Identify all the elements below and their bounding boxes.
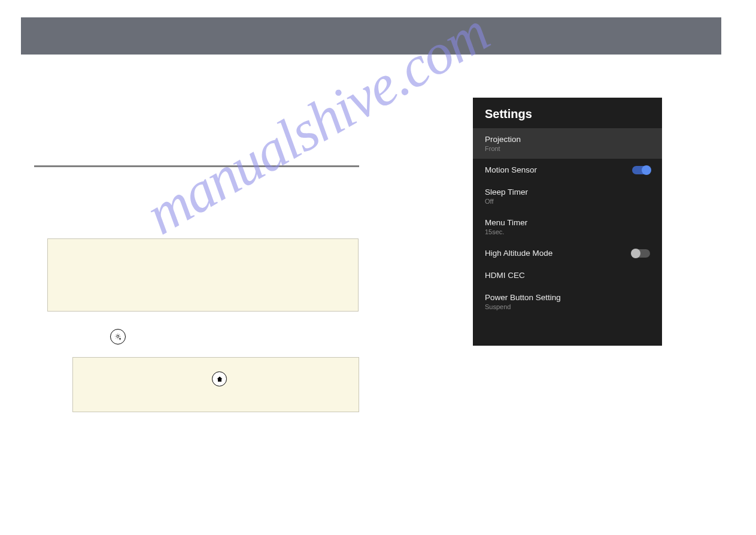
settings-row-sleep-timer[interactable]: Sleep Timer Off: [473, 181, 662, 211]
row-label: Menu Timer: [485, 218, 527, 227]
row-sublabel: Off: [485, 198, 528, 205]
row-label: High Altitude Mode: [485, 249, 552, 258]
toggle-motion-sensor[interactable]: [632, 166, 650, 174]
row-sublabel: Suspend: [485, 303, 561, 310]
row-label: Sleep Timer: [485, 188, 528, 197]
row-sublabel: 15sec.: [485, 228, 527, 235]
row-label: Projection: [485, 135, 521, 144]
row-label: HDMI CEC: [485, 271, 525, 280]
horizontal-rule: [34, 165, 359, 167]
settings-row-motion-sensor[interactable]: Motion Sensor: [473, 159, 662, 181]
note-box-1: [47, 238, 359, 312]
settings-row-high-altitude[interactable]: High Altitude Mode: [473, 242, 662, 264]
svg-point-0: [117, 335, 119, 337]
home-icon: [212, 371, 227, 386]
toggle-high-altitude[interactable]: [632, 249, 650, 258]
row-label: Motion Sensor: [485, 165, 537, 174]
row-label: Power Button Setting: [485, 293, 561, 302]
header-bar: [21, 17, 721, 55]
settings-row-hdmi-cec[interactable]: HDMI CEC: [473, 264, 662, 286]
row-sublabel: Front: [485, 145, 521, 152]
settings-icon: [110, 329, 126, 344]
settings-row-power-button[interactable]: Power Button Setting Suspend: [473, 286, 662, 317]
settings-row-menu-timer[interactable]: Menu Timer 15sec.: [473, 211, 662, 242]
settings-row-projection[interactable]: Projection Front: [473, 128, 662, 159]
settings-panel: Settings Projection Front Motion Sensor …: [473, 98, 662, 346]
settings-title: Settings: [473, 98, 662, 128]
